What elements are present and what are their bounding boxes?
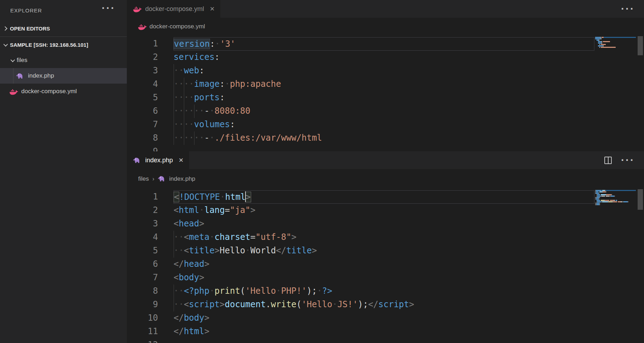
- line-number: 4: [127, 78, 158, 91]
- tab-bar-top: docker-compose.yml ✕ ···: [127, 0, 644, 18]
- editor-area: docker-compose.yml ✕ ··· docker-compose.…: [127, 0, 644, 343]
- code-lines[interactable]: 1version:·'3'2services:3··web:4····image…: [127, 35, 594, 151]
- editor-group-top: docker-compose.yml ✕ ··· docker-compose.…: [127, 0, 644, 151]
- code-line[interactable]: 6······-·8080:80: [127, 105, 594, 118]
- code-line-content: ··<?php·print('Hello·PHP!');·?>: [174, 285, 594, 298]
- code-token: <?php: [184, 286, 209, 296]
- line-number: 12: [127, 338, 158, 343]
- code-editor-index-php[interactable]: 1<!DOCTYPE·html>2<html·lang="ja">3<head>…: [127, 189, 644, 343]
- minimap-line: [595, 190, 636, 191]
- code-line[interactable]: 3··web:: [127, 64, 594, 78]
- tab-index-php[interactable]: index.php ✕: [127, 151, 189, 169]
- code-line[interactable]: 1version:·'3': [127, 37, 594, 51]
- code-line[interactable]: 7<body>: [127, 271, 594, 285]
- code-token: :: [220, 79, 225, 89]
- minimap-line: [595, 41, 636, 42]
- line-number: 5: [127, 244, 158, 258]
- close-tab-icon[interactable]: ✕: [210, 5, 215, 13]
- code-token: lang: [204, 205, 225, 215]
- breadcrumb-item[interactable]: docker-compose.yml: [138, 23, 205, 30]
- code-token: ·: [317, 286, 322, 296]
- minimap-line: [595, 197, 636, 198]
- code-token: :: [230, 119, 235, 129]
- line-number: 7: [127, 271, 158, 285]
- code-line[interactable]: 8··<?php·print('Hello·PHP!');·?>: [127, 285, 594, 298]
- code-token: <: [184, 232, 189, 242]
- explorer-more-actions-icon[interactable]: ···: [102, 6, 115, 10]
- code-line[interactable]: 10</body>: [127, 311, 594, 325]
- code-line[interactable]: 12: [127, 338, 594, 343]
- minimap-line: [595, 200, 636, 201]
- code-line[interactable]: 3<head>: [127, 217, 594, 231]
- code-token: >: [204, 326, 209, 336]
- tree-item-docker-compose-yml[interactable]: docker-compose.yml: [0, 84, 127, 99]
- line-number: 7: [127, 118, 158, 131]
- code-line[interactable]: 2<html·lang="ja">: [127, 204, 594, 217]
- code-token: title: [189, 246, 214, 255]
- minimap[interactable]: [595, 189, 636, 343]
- chevron-down-icon: [11, 57, 15, 62]
- code-token: ·: [225, 79, 230, 89]
- code-line[interactable]: 5····ports:: [127, 91, 594, 105]
- indent-guide: [174, 298, 174, 311]
- code-line-content: <html·lang="ja">: [174, 204, 594, 217]
- line-number: 11: [127, 325, 158, 338]
- code-token: print: [215, 286, 240, 296]
- scrollbar-thumb[interactable]: [638, 189, 643, 210]
- code-token: ./files:/var/www/html: [215, 133, 322, 143]
- code-token: ······: [174, 133, 204, 143]
- code-token: <: [184, 246, 189, 255]
- tab-docker-compose-yml[interactable]: docker-compose.yml ✕: [127, 0, 220, 18]
- code-line-content: ····image:·php:apache: [174, 78, 594, 91]
- code-token: PHP!': [281, 286, 306, 296]
- split-editor-icon[interactable]: [604, 157, 612, 164]
- code-token: image: [194, 79, 220, 89]
- code-token: ·: [276, 286, 281, 296]
- editor-more-actions-icon[interactable]: ···: [621, 158, 635, 162]
- code-line[interactable]: 11</html>: [127, 325, 594, 338]
- code-token: </: [174, 313, 184, 323]
- tree-item-index-php[interactable]: index.php: [0, 68, 127, 84]
- tree-item-files[interactable]: files: [0, 52, 127, 68]
- code-line[interactable]: 2services:: [127, 51, 594, 64]
- indent-guide: [174, 64, 174, 78]
- code-token: ·: [199, 205, 204, 215]
- line-number: 3: [127, 217, 158, 231]
- code-line[interactable]: 7····volumes:: [127, 118, 594, 131]
- line-number: 10: [127, 311, 158, 325]
- minimap-line: [595, 48, 636, 49]
- editor-more-actions-icon[interactable]: ···: [621, 7, 635, 11]
- code-token: </: [174, 259, 184, 269]
- breadcrumb-item[interactable]: files: [138, 175, 149, 182]
- code-line[interactable]: 4····image:·php:apache: [127, 78, 594, 91]
- code-editor-docker-compose[interactable]: 1version:·'3'2services:3··web:4····image…: [127, 35, 644, 151]
- code-line[interactable]: 8······-·./files:/var/www/html: [127, 131, 594, 145]
- minimap[interactable]: [595, 35, 636, 151]
- code-token: charset: [215, 232, 250, 242]
- code-line-content: <!DOCTYPE·html>: [174, 190, 594, 204]
- close-tab-icon[interactable]: ✕: [179, 157, 183, 164]
- line-number: 9: [127, 298, 158, 311]
- line-number: 2: [127, 51, 158, 64]
- code-line[interactable]: 5··<title>Hello·World</title>: [127, 244, 594, 258]
- breadcrumbs-top: docker-compose.yml: [127, 18, 644, 35]
- code-line[interactable]: 9··<script>document.write('Hello·JS!');<…: [127, 298, 594, 311]
- indent-guide: [194, 105, 194, 118]
- breadcrumb-item[interactable]: index.php: [158, 175, 196, 182]
- code-line[interactable]: 6</head>: [127, 258, 594, 271]
- chevron-down-icon: [4, 42, 8, 46]
- code-line[interactable]: 1<!DOCTYPE·html>: [127, 190, 594, 204]
- line-number: 4: [127, 231, 158, 244]
- code-line[interactable]: 9: [127, 145, 594, 151]
- section-open-editors[interactable]: OPEN EDITORS: [0, 21, 127, 36]
- tab-actions: ···: [621, 0, 635, 18]
- code-lines[interactable]: 1<!DOCTYPE·html>2<html·lang="ja">3<head>…: [127, 189, 594, 343]
- indent-guide: [174, 78, 174, 91]
- code-token: >: [409, 299, 414, 309]
- code-token: >: [204, 259, 209, 269]
- section-sample-ssh[interactable]: SAMPLE [SSH: 192.168.56.101]: [0, 36, 127, 52]
- code-line[interactable]: 4··<meta·charset="utf-8">: [127, 231, 594, 244]
- code-token: ·: [209, 133, 214, 143]
- scrollbar-thumb[interactable]: [638, 36, 643, 55]
- code-line-content: <head>: [174, 217, 594, 231]
